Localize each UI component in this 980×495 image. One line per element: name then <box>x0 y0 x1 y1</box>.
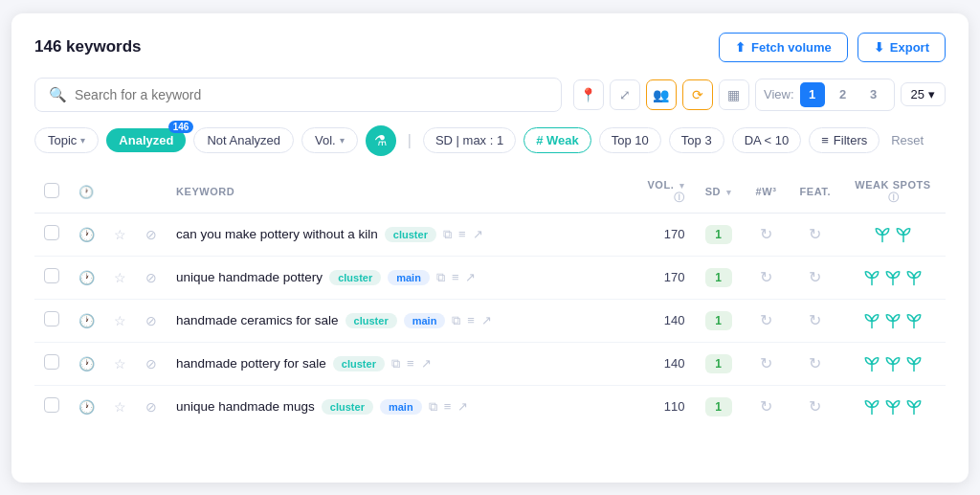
external-link-icon[interactable]: ↗ <box>457 399 468 414</box>
reset-filter[interactable]: Reset <box>891 133 924 147</box>
list-icon[interactable]: ≡ <box>407 356 414 371</box>
header: 146 keywords ⬆ Fetch volume ⬇ Export <box>34 33 946 62</box>
hide-icon[interactable]: ⊘ <box>145 399 157 415</box>
history-icon[interactable]: 🕐 <box>78 270 95 285</box>
wc-refresh-icon[interactable]: ↻ <box>760 269 772 285</box>
grid-icon-button[interactable]: ▦ <box>719 79 749 110</box>
copy-icon[interactable]: ⧉ <box>391 356 400 371</box>
star-icon[interactable]: ☆ <box>114 270 126 285</box>
row-checkbox[interactable] <box>44 397 59 413</box>
keywords-table: 🕐 KEYWORD VOL. ▾ ⓘ SD ▾ <box>34 171 946 428</box>
expand-icon-button[interactable]: ⤢ <box>610 79 640 110</box>
search-box: 🔍 <box>34 78 562 112</box>
header-buttons: ⬆ Fetch volume ⬇ Export <box>719 33 946 62</box>
history-icon[interactable]: 🕐 <box>78 356 95 371</box>
col-header-vol[interactable]: VOL. ▾ ⓘ <box>628 171 695 214</box>
copy-icon[interactable]: ⧉ <box>429 399 437 415</box>
star-icon[interactable]: ☆ <box>114 313 126 328</box>
wc-refresh-icon[interactable]: ↻ <box>760 355 772 371</box>
external-link-icon[interactable]: ↗ <box>481 313 492 327</box>
col-header-sd[interactable]: SD ▾ <box>695 171 743 214</box>
feat-refresh-icon[interactable]: ↻ <box>809 355 821 371</box>
chevron-down-icon: ▾ <box>928 87 935 101</box>
weak-filter[interactable]: # Weak <box>523 127 591 153</box>
copy-icon[interactable]: ⧉ <box>443 227 452 242</box>
export-button[interactable]: ⬇ Export <box>858 33 946 62</box>
star-icon[interactable]: ☆ <box>114 227 126 242</box>
share-icon-button[interactable]: ⟳ <box>682 79 713 110</box>
keyword-cell: unique handmade mugs cluster main ⧉ ≡ ↗ <box>176 399 618 415</box>
col-header-feat[interactable]: FEAT. <box>791 171 841 214</box>
view-num-1[interactable]: 1 <box>800 82 825 107</box>
col-header-star <box>104 171 136 214</box>
toolbar-icons: 📍 ⤢ 👥 ⟳ ▦ View: 1 2 3 25 ▾ <box>573 79 946 111</box>
external-link-icon[interactable]: ↗ <box>465 270 476 284</box>
search-input[interactable] <box>75 87 547 102</box>
row-checkbox[interactable] <box>44 354 59 370</box>
sd-badge: 1 <box>705 397 732 416</box>
cluster-tag: cluster <box>329 270 381 285</box>
vol-filter[interactable]: Vol. ▾ <box>301 127 358 153</box>
cluster-tag: cluster <box>385 227 436 242</box>
table-row: 🕐☆⊘ handmade ceramics for sale cluster m… <box>34 299 946 342</box>
active-filter-icon-button[interactable]: ⚗ <box>366 125 396 156</box>
hide-icon[interactable]: ⊘ <box>145 270 157 285</box>
star-icon[interactable]: ☆ <box>114 356 126 371</box>
copy-icon[interactable]: ⧉ <box>436 270 445 285</box>
topic-filter[interactable]: Topic ▾ <box>34 127 99 153</box>
select-all-checkbox[interactable] <box>44 183 59 198</box>
analyzed-filter[interactable]: Analyzed 146 <box>106 128 186 152</box>
keyword-cell: unique handmade pottery cluster main ⧉ ≡… <box>176 270 618 285</box>
sd-max-filter[interactable]: SD | max : 1 <box>423 127 516 153</box>
row-checkbox[interactable] <box>44 311 59 326</box>
copy-icon[interactable]: ⧉ <box>452 313 460 328</box>
clock-icon: 🕐 <box>78 185 95 199</box>
history-icon[interactable]: 🕐 <box>78 313 95 328</box>
per-page-select[interactable]: 25 ▾ <box>901 82 946 106</box>
sd-badge: 1 <box>705 268 732 287</box>
view-num-3[interactable]: 3 <box>861 82 886 107</box>
hide-icon[interactable]: ⊘ <box>145 313 157 328</box>
history-icon[interactable]: 🕐 <box>78 399 95 415</box>
list-icon[interactable]: ≡ <box>444 399 452 414</box>
feat-refresh-icon[interactable]: ↻ <box>809 398 821 415</box>
location-icon-button[interactable]: 📍 <box>573 79 604 110</box>
wc-refresh-icon[interactable]: ↻ <box>760 398 772 415</box>
da-filter[interactable]: DA < 10 <box>732 127 802 153</box>
external-link-icon[interactable]: ↗ <box>473 227 483 241</box>
wc-refresh-icon[interactable]: ↻ <box>760 312 772 328</box>
feat-refresh-icon[interactable]: ↻ <box>809 226 821 242</box>
star-icon[interactable]: ☆ <box>114 399 126 415</box>
weak-spot-icon <box>905 269 923 286</box>
list-icon[interactable]: ≡ <box>467 313 475 327</box>
hide-icon[interactable]: ⊘ <box>145 227 157 242</box>
history-icon[interactable]: 🕐 <box>78 227 95 242</box>
list-icon[interactable]: ≡ <box>458 227 466 241</box>
weak-spot-icon <box>884 269 902 286</box>
top10-filter[interactable]: Top 10 <box>599 127 661 153</box>
row-checkbox[interactable] <box>44 225 59 240</box>
wc-refresh-icon[interactable]: ↻ <box>760 226 772 242</box>
col-header-weak[interactable]: WEAK SPOTS ⓘ <box>840 171 946 214</box>
row-checkbox[interactable] <box>44 268 59 283</box>
more-filters-button[interactable]: ≡ Filters <box>809 127 880 153</box>
sd-badge: 1 <box>705 354 732 373</box>
col-header-wc[interactable]: #W³ <box>743 171 791 214</box>
sort-icon: ▾ <box>679 181 685 191</box>
list-icon[interactable]: ≡ <box>452 270 459 284</box>
feat-refresh-icon[interactable]: ↻ <box>809 312 821 328</box>
hide-icon[interactable]: ⊘ <box>145 356 157 371</box>
fetch-volume-button[interactable]: ⬆ Fetch volume <box>719 33 848 62</box>
filter-row: Topic ▾ Analyzed 146 Not Analyzed Vol. ▾… <box>34 125 946 156</box>
weak-spot-icon <box>884 398 902 416</box>
external-link-icon[interactable]: ↗ <box>421 356 432 371</box>
col-header-keyword[interactable]: KEYWORD <box>167 171 628 214</box>
group-icon-button[interactable]: 👥 <box>646 79 677 110</box>
search-row: 🔍 📍 ⤢ 👥 ⟳ ▦ View: 1 2 3 25 ▾ <box>34 78 946 112</box>
feat-refresh-icon[interactable]: ↻ <box>809 269 821 285</box>
not-analyzed-filter[interactable]: Not Analyzed <box>193 127 294 153</box>
top3-filter[interactable]: Top 3 <box>669 127 724 153</box>
fetch-volume-icon: ⬆ <box>735 40 746 55</box>
info-icon: ⓘ <box>888 191 900 203</box>
view-num-2[interactable]: 2 <box>831 82 856 107</box>
